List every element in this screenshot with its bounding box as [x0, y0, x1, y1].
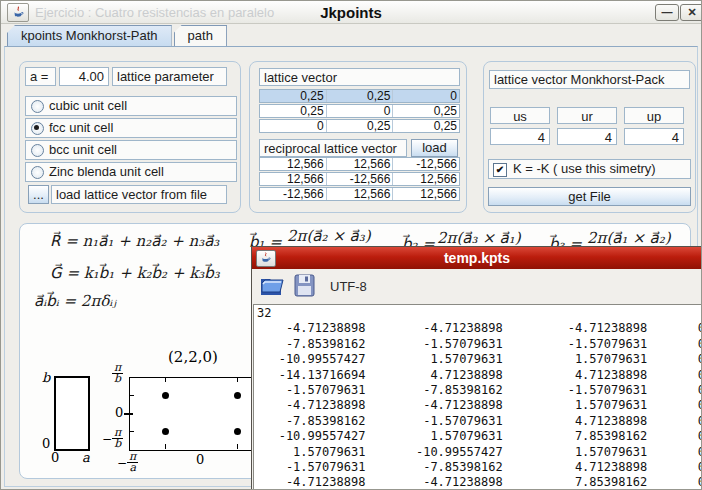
ucell-b-label: b [42, 370, 50, 385]
radio-label: cubic unit cell [49, 98, 127, 113]
kpts-window-title: temp.kpts [252, 250, 702, 266]
radio-icon[interactable] [31, 166, 44, 179]
reciprocal-vector-title: reciprocal lattice vector [259, 139, 407, 157]
table-cell[interactable]: 0,25 [326, 120, 393, 132]
tick [165, 444, 166, 449]
lattice-parameter-panel: a = 4.00 lattice parameter cubic unit ce… [19, 61, 241, 213]
close-button[interactable]: ✕ [680, 4, 702, 21]
lattice-parameter-caption: lattice parameter [112, 67, 227, 86]
table-row: 0,2500,25 [259, 104, 460, 118]
ucell-0-left: 0 [42, 436, 50, 451]
radio-row-zinc-blenda-unit-cell[interactable]: Zinc blenda unit cell [25, 162, 237, 182]
ucell-a-label: a [82, 450, 90, 465]
plot-ylabel-zero: 0 [115, 405, 123, 420]
kpoint-dot [234, 428, 241, 435]
table-cell[interactable]: 12,566 [392, 173, 459, 185]
symmetry-checkbox[interactable]: ✔ [493, 163, 507, 177]
radio-row-bcc-unit-cell[interactable]: bcc unit cell [25, 140, 237, 160]
kpts-titlebar[interactable]: temp.kpts [252, 247, 702, 270]
formula-R: R⃗ = n₁a⃗₁ + n₂a⃗₂ + n₃a⃗₃ [50, 232, 219, 250]
symmetry-label: K = -K ( use this simetry) [513, 161, 656, 176]
formula-b2-numerator: 2π(a⃗₃ × a⃗₁) [437, 229, 521, 247]
table-cell[interactable]: 12,566 [392, 188, 459, 200]
formula-b3-numerator: 2π(a⃗₁ × a⃗₂) [587, 229, 671, 247]
table-cell[interactable]: 12,566 [326, 158, 393, 170]
get-file-button[interactable]: get File [488, 187, 691, 206]
tick [124, 413, 133, 415]
table-cell[interactable]: 0,25 [392, 120, 459, 132]
tick [237, 377, 238, 382]
kpoint-dot [234, 392, 241, 399]
formula-ab: a⃗ᵢb⃗ᵢ = 2πδᵢⱼ [34, 292, 116, 310]
plot-ylabel-bottom: −πb [102, 428, 123, 449]
plot-xlabel-zero: 0 [196, 452, 204, 467]
kpts-toolbar: UTF-8 [252, 269, 702, 304]
table-cell[interactable]: 0 [260, 120, 326, 132]
table-cell[interactable]: 0,25 [392, 105, 459, 117]
radio-label: fcc unit cell [49, 120, 113, 135]
ur-input[interactable]: 4 [557, 128, 617, 145]
jkpoints-window: Ejercicio : Cuatro resistencias en paral… [0, 0, 702, 490]
radio-label: bcc unit cell [49, 142, 117, 157]
table-cell[interactable]: 0 [326, 105, 393, 117]
radio-icon[interactable] [31, 100, 44, 113]
load-lattice-file-button[interactable]: ... [28, 185, 49, 204]
us-header: us [490, 107, 550, 124]
a-label: a = [25, 67, 56, 86]
table-row: -12,56612,56612,566 [259, 187, 460, 201]
tick [165, 377, 166, 382]
formula-b1-numerator: 2π(a⃗₂ × a⃗₃) [287, 227, 371, 245]
up-input[interactable]: 4 [624, 128, 684, 145]
plot-xlabel-left: −πa [117, 452, 138, 473]
lattice-parameter-input[interactable]: 4.00 [59, 67, 109, 86]
table-cell[interactable]: -12,566 [260, 188, 326, 200]
minimize-button[interactable]: — [655, 4, 679, 21]
tab-bar: kpoints Monkhorst-Pathpath [7, 25, 229, 47]
kpts-textarea[interactable]: 32 -4.71238898 -4.71238898 -4.71238898 0… [253, 304, 702, 490]
table-cell[interactable]: -12,566 [392, 158, 459, 170]
up-header: up [624, 107, 684, 124]
table-row: 0,250,250 [259, 89, 460, 103]
radio-icon[interactable] [31, 122, 44, 135]
symmetry-row: ✔ K = -K ( use this simetry) [488, 159, 691, 179]
radio-row-fcc-unit-cell[interactable]: fcc unit cell [25, 118, 237, 138]
tab-kpoints-monkhorst-path[interactable]: kpoints Monkhorst-Path [7, 25, 172, 47]
radio-row-cubic-unit-cell[interactable]: cubic unit cell [25, 96, 237, 116]
plot-title: (2,2,0) [168, 348, 218, 366]
save-file-icon[interactable] [294, 274, 315, 301]
radio-icon[interactable] [31, 144, 44, 157]
kpoint-dot [162, 428, 169, 435]
lattice-vector-panel: lattice vector 0,250,2500,2500,2500,250,… [249, 61, 467, 213]
lattice-vector-title: lattice vector [259, 68, 460, 86]
us-input[interactable]: 4 [490, 128, 550, 145]
table-cell[interactable]: 12,566 [260, 158, 326, 170]
table-cell[interactable]: 12,566 [260, 173, 326, 185]
table-cell[interactable]: -12,566 [326, 173, 393, 185]
formula-G: G⃗ = k₁b⃗₁ + k₂b⃗₂ + k₃b⃗₃ [50, 264, 220, 282]
temp-kpts-window: temp.kpts UTF-8 32 -4.71238898 [251, 246, 702, 490]
radio-label: Zinc blenda unit cell [49, 164, 164, 179]
encoding-label: UTF-8 [330, 279, 367, 294]
table-cell[interactable]: 0,25 [326, 90, 393, 102]
plot-ylabel-top: πb [112, 363, 123, 384]
monkhorst-title: lattice vector Monkhorst-Pack [489, 70, 690, 89]
kpoint-dot [162, 392, 169, 399]
table-row: 00,250,25 [259, 119, 460, 133]
load-lattice-file-caption: load lattice vector from file [51, 185, 227, 204]
table-cell[interactable]: 0,25 [260, 90, 326, 102]
check-icon: ✔ [496, 164, 504, 175]
monkhorst-pack-panel: lattice vector Monkhorst-Pack us4ur4up4 … [483, 61, 696, 213]
table-cell[interactable]: 12,566 [326, 188, 393, 200]
open-file-icon[interactable] [259, 273, 286, 302]
load-button[interactable]: load [411, 139, 458, 157]
tick [129, 431, 134, 432]
tick [237, 444, 238, 449]
tab-path[interactable]: path [174, 25, 227, 47]
main-titlebar[interactable]: Ejercicio : Cuatro resistencias en paral… [1, 1, 701, 24]
table-row: 12,56612,566-12,566 [259, 157, 460, 171]
tick [129, 395, 134, 396]
table-cell[interactable]: 0 [392, 90, 459, 102]
table-row: 12,566-12,56612,566 [259, 172, 460, 186]
table-cell[interactable]: 0,25 [260, 105, 326, 117]
window-title: Jkpoints [1, 4, 701, 21]
